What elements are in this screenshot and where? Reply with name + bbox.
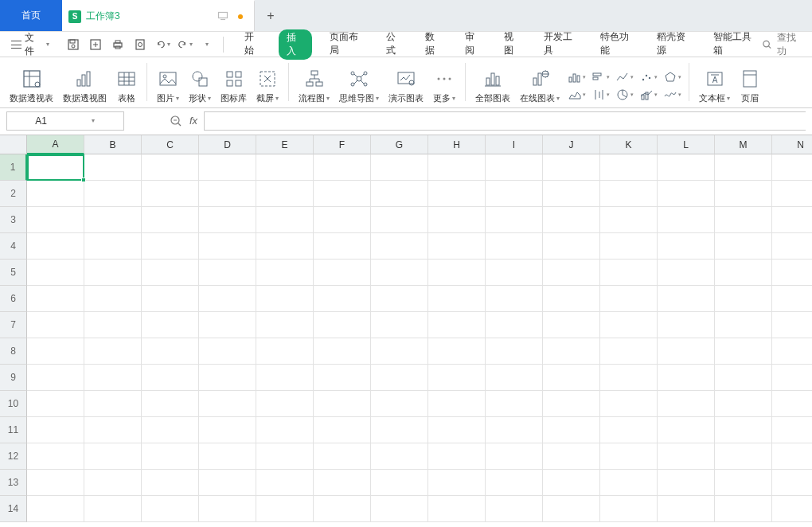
cell[interactable]	[658, 365, 715, 391]
cell[interactable]	[486, 417, 543, 443]
cell[interactable]	[142, 312, 199, 338]
row-header[interactable]: 3	[0, 207, 27, 233]
print-button[interactable]	[110, 37, 126, 53]
column-header[interactable]: A	[27, 135, 84, 154]
cell[interactable]	[428, 443, 486, 470]
cell[interactable]	[715, 496, 772, 522]
cancel-formula-button[interactable]	[169, 114, 183, 128]
cell[interactable]	[142, 496, 199, 522]
cell[interactable]	[256, 260, 314, 286]
header-footer-button[interactable]: 页眉	[735, 58, 765, 106]
cell[interactable]	[658, 233, 715, 260]
cell[interactable]	[371, 207, 428, 233]
cell[interactable]	[658, 417, 715, 443]
cell[interactable]	[486, 233, 543, 260]
cell[interactable]	[27, 154, 84, 181]
cell[interactable]	[199, 417, 256, 443]
cell[interactable]	[772, 312, 812, 338]
cell[interactable]	[84, 312, 142, 338]
cell[interactable]	[27, 260, 84, 286]
sparkline-button[interactable]: ▾	[662, 87, 681, 103]
row-header[interactable]: 1	[0, 154, 27, 181]
cell[interactable]	[84, 207, 142, 233]
cell[interactable]	[314, 365, 371, 391]
column-header[interactable]: K	[600, 135, 658, 154]
cell[interactable]	[371, 470, 428, 496]
pie-chart-button[interactable]: ▾	[615, 87, 634, 103]
cell[interactable]	[314, 233, 371, 260]
cell[interactable]	[772, 443, 812, 470]
table-button[interactable]: 表格	[111, 58, 142, 106]
demo-chart-button[interactable]: 演示图表	[384, 58, 428, 106]
cell[interactable]	[715, 154, 772, 181]
cell[interactable]	[428, 338, 486, 365]
pivot-table-button[interactable]: 数据透视表	[5, 58, 58, 106]
cell[interactable]	[314, 391, 371, 417]
cell[interactable]	[543, 391, 600, 417]
cell[interactable]	[199, 443, 256, 470]
cell[interactable]	[600, 260, 658, 286]
cell[interactable]	[27, 181, 84, 207]
cell[interactable]	[256, 233, 314, 260]
online-chart-button[interactable]: 在线图表▾	[515, 58, 564, 106]
cell[interactable]	[715, 181, 772, 207]
row-header[interactable]: 13	[0, 470, 27, 496]
formula-input[interactable]	[204, 111, 806, 131]
tab-start[interactable]: 开始	[240, 29, 266, 61]
cell[interactable]	[84, 260, 142, 286]
cell[interactable]	[543, 417, 600, 443]
cell[interactable]	[772, 338, 812, 365]
select-all-corner[interactable]	[0, 135, 27, 154]
cell[interactable]	[142, 417, 199, 443]
cell[interactable]	[715, 260, 772, 286]
fill-handle[interactable]	[81, 178, 86, 182]
cell[interactable]	[486, 338, 543, 365]
cell[interactable]	[428, 391, 486, 417]
picture-button[interactable]: 图片▾	[152, 58, 184, 106]
cell[interactable]	[142, 443, 199, 470]
bar-chart-button[interactable]: ▾	[591, 69, 610, 85]
more-button[interactable]: 更多▾	[428, 58, 460, 106]
file-menu[interactable]: 文件 ▾	[5, 35, 56, 54]
home-tab[interactable]: 首页	[0, 0, 62, 31]
cell[interactable]	[199, 207, 256, 233]
column-header[interactable]: H	[428, 135, 486, 154]
cell[interactable]	[600, 417, 658, 443]
cell[interactable]	[142, 338, 199, 365]
cell[interactable]	[715, 391, 772, 417]
cell[interactable]	[256, 470, 314, 496]
row-header[interactable]: 7	[0, 312, 27, 338]
cell[interactable]	[84, 391, 142, 417]
fx-label[interactable]: fx	[189, 115, 197, 127]
cell[interactable]	[543, 154, 600, 181]
cell[interactable]	[428, 365, 486, 391]
row-header[interactable]: 9	[0, 365, 27, 391]
cell[interactable]	[658, 496, 715, 522]
cell[interactable]	[428, 154, 486, 181]
cell[interactable]	[27, 496, 84, 522]
tab-data[interactable]: 数据	[420, 29, 447, 61]
cell[interactable]	[600, 312, 658, 338]
cell[interactable]	[658, 286, 715, 312]
tab-dev[interactable]: 开发工具	[539, 29, 583, 61]
column-chart-button[interactable]: ▾	[567, 69, 586, 85]
cell[interactable]	[314, 207, 371, 233]
cell[interactable]	[543, 181, 600, 207]
cell[interactable]	[256, 286, 314, 312]
tab-insert[interactable]: 插入	[279, 29, 311, 60]
column-header[interactable]: C	[142, 135, 199, 154]
cell[interactable]	[715, 338, 772, 365]
cell[interactable]	[84, 338, 142, 365]
cell[interactable]	[199, 260, 256, 286]
icons-button[interactable]: 图标库	[216, 58, 252, 106]
search-box[interactable]: 查找功	[762, 31, 807, 58]
cell[interactable]	[27, 207, 84, 233]
cell[interactable]	[772, 181, 812, 207]
cell[interactable]	[772, 470, 812, 496]
cell[interactable]	[772, 496, 812, 522]
row-header[interactable]: 14	[0, 496, 27, 522]
cell[interactable]	[314, 417, 371, 443]
screenshot-button[interactable]: 截屏▾	[252, 58, 283, 106]
tab-resource[interactable]: 稻壳资源	[652, 29, 696, 61]
cell[interactable]	[27, 312, 84, 338]
